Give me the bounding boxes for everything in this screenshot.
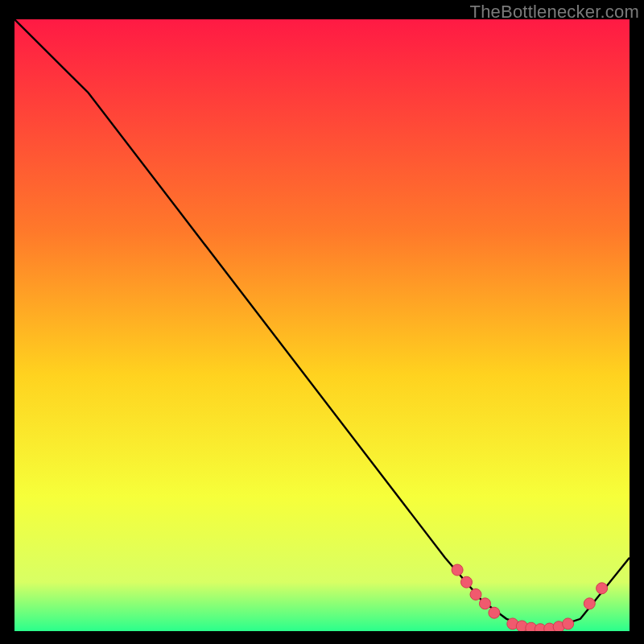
curve-marker: [597, 583, 608, 594]
curve-marker: [452, 564, 463, 576]
curve-marker: [584, 598, 595, 609]
curve-marker: [563, 618, 574, 630]
curve-marker: [461, 576, 473, 588]
chart-svg: [14, 19, 630, 631]
plot-area: [14, 19, 630, 631]
curve-marker: [489, 607, 500, 618]
gradient-background: [14, 19, 630, 631]
curve-marker: [470, 588, 481, 600]
chart-frame: TheBottlenecker.com: [0, 0, 644, 644]
curve-marker: [480, 598, 491, 609]
